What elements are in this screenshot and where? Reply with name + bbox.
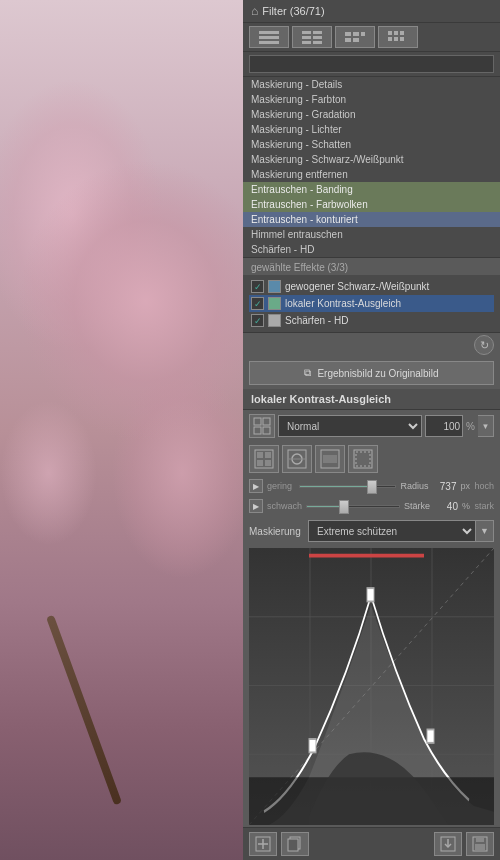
effects-section-label: gewählte Effekte (3/3) xyxy=(243,258,500,275)
add-effect-button[interactable] xyxy=(249,832,277,856)
lokal-section: lokaler Kontrast-Ausgleich Normal 100 % … xyxy=(243,389,500,827)
filter-item-maskierung-entfernen[interactable]: Maskierung entfernen xyxy=(243,167,500,182)
filter-item-maskierung-farbton[interactable]: Maskierung - Farbton xyxy=(243,92,500,107)
effect-item-gwsp[interactable]: ✓ gewogener Schwarz-/Weißpunkt xyxy=(249,278,494,295)
radius-unit: px xyxy=(460,481,470,491)
lokal-title: lokaler Kontrast-Ausgleich xyxy=(243,389,500,410)
svg-rect-18 xyxy=(394,37,398,41)
radius-label: Radius xyxy=(400,481,428,491)
mask-select-container: Extreme schützen ▼ xyxy=(308,520,494,542)
svg-rect-12 xyxy=(345,38,351,42)
filter-item-himmel-entrauschen[interactable]: Himmel entrauschen xyxy=(243,227,500,242)
effect-color-3 xyxy=(268,314,281,327)
svg-rect-20 xyxy=(254,418,261,425)
strength-right-label: stark xyxy=(474,501,494,511)
blend-mode-select[interactable]: Normal xyxy=(278,415,422,437)
strength-unit: % xyxy=(462,501,470,511)
effect-label-2: lokaler Kontrast-Ausgleich xyxy=(285,298,492,309)
radius-slider-container[interactable] xyxy=(299,479,396,493)
strength-expand-arrow[interactable]: ▶ xyxy=(249,499,263,513)
svg-rect-0 xyxy=(259,31,279,34)
filter-item-maskierung-swp[interactable]: Maskierung - Schwarz-/Weißpunkt xyxy=(243,152,500,167)
blend-row: Normal 100 % ▼ xyxy=(243,410,500,442)
channel-btn-4[interactable] xyxy=(348,445,378,473)
svg-rect-28 xyxy=(265,460,271,466)
svg-rect-27 xyxy=(257,460,263,466)
save-button[interactable] xyxy=(466,832,494,856)
effects-list: ✓ gewogener Schwarz-/Weißpunkt ✓ lokaler… xyxy=(243,275,500,333)
svg-rect-34 xyxy=(354,450,372,468)
svg-rect-47 xyxy=(427,729,434,742)
svg-rect-11 xyxy=(361,32,365,36)
svg-rect-8 xyxy=(313,41,322,44)
filter-item-maskierung-gradation[interactable]: Maskierung - Gradation xyxy=(243,107,500,122)
icon-btn-row xyxy=(243,442,500,476)
filter-item-maskierung-details[interactable]: Maskierung - Details xyxy=(243,77,500,92)
filter-home-icon: ⌂ xyxy=(251,4,258,18)
filter-item-entrauschen-farbwolken[interactable]: Entrauschen - Farbwolken xyxy=(243,197,500,212)
svg-rect-58 xyxy=(475,844,485,850)
svg-rect-35 xyxy=(356,452,370,466)
filter-item-maskierung-schatten[interactable]: Maskierung - Schatten xyxy=(243,137,500,152)
opacity-dropdown-arrow[interactable]: ▼ xyxy=(478,415,494,437)
svg-rect-14 xyxy=(388,31,392,35)
compare-button[interactable]: ⧉ Ergebnisbild zu Originalbild xyxy=(249,361,494,385)
strength-slider-row: ▶ schwach Stärke 40 % stark xyxy=(243,496,500,516)
svg-rect-2 xyxy=(259,41,279,44)
refresh-row: ↻ xyxy=(243,333,500,357)
compare-label: Ergebnisbild zu Originalbild xyxy=(317,368,438,379)
orchid-image xyxy=(0,0,243,860)
channel-btn-3[interactable] xyxy=(315,445,345,473)
import-button[interactable] xyxy=(434,832,462,856)
strength-slider-container[interactable] xyxy=(306,499,400,513)
filter-item-schaerfen-hd[interactable]: Schärfen - HD xyxy=(243,242,500,257)
mask-dropdown-arrow[interactable]: ▼ xyxy=(476,520,494,542)
svg-rect-45 xyxy=(309,739,316,752)
strength-value: 40 xyxy=(434,501,458,512)
svg-rect-4 xyxy=(313,31,322,34)
curve-area[interactable] xyxy=(249,548,494,825)
filter-item-maskierung-lichter[interactable]: Maskierung - Lichter xyxy=(243,122,500,137)
compare-icon: ⧉ xyxy=(304,367,311,379)
svg-rect-17 xyxy=(388,37,392,41)
filter-toolbar xyxy=(243,23,500,52)
filter-item-entrauschen-banding[interactable]: Entrauschen - Banding xyxy=(243,182,500,197)
svg-rect-1 xyxy=(259,36,279,39)
svg-rect-16 xyxy=(400,31,404,35)
effect-checkbox-3[interactable]: ✓ xyxy=(251,314,264,327)
svg-rect-10 xyxy=(353,32,359,36)
toolbar-btn-2[interactable] xyxy=(292,26,332,48)
svg-rect-9 xyxy=(345,32,351,36)
channel-btn-2[interactable] xyxy=(282,445,312,473)
svg-rect-21 xyxy=(263,418,270,425)
copy-effect-button[interactable] xyxy=(281,832,309,856)
svg-rect-6 xyxy=(313,36,322,39)
effect-checkbox-1[interactable]: ✓ xyxy=(251,280,264,293)
svg-rect-19 xyxy=(400,37,404,41)
bottom-spacer xyxy=(313,832,430,856)
search-input[interactable] xyxy=(249,55,494,73)
effect-color-2 xyxy=(268,297,281,310)
opacity-input[interactable]: 100 xyxy=(425,415,463,437)
svg-rect-26 xyxy=(265,452,271,458)
effect-item-schaerfen[interactable]: ✓ Schärfen - HD xyxy=(249,312,494,329)
toolbar-btn-4[interactable] xyxy=(378,26,418,48)
toolbar-btn-3[interactable] xyxy=(335,26,375,48)
mask-row: Maskierung Extreme schützen ▼ xyxy=(243,516,500,546)
refresh-button[interactable]: ↻ xyxy=(474,335,494,355)
effect-label-3: Schärfen - HD xyxy=(285,315,492,326)
channel-btn-1[interactable] xyxy=(249,445,279,473)
svg-rect-25 xyxy=(257,452,263,458)
toolbar-btn-1[interactable] xyxy=(249,26,289,48)
filter-list[interactable]: Maskierung - Details Maskierung - Farbto… xyxy=(243,77,500,258)
mask-label: Maskierung xyxy=(249,526,304,537)
effect-checkbox-2[interactable]: ✓ xyxy=(251,297,264,310)
effect-item-lokal[interactable]: ✓ lokaler Kontrast-Ausgleich xyxy=(249,295,494,312)
radius-right-label: hoch xyxy=(474,481,494,491)
mask-select[interactable]: Extreme schützen xyxy=(308,520,476,542)
grid-icon-button[interactable] xyxy=(249,414,275,438)
filter-item-entrauschen-konturiert[interactable]: Entrauschen - konturiert xyxy=(243,212,500,227)
svg-rect-23 xyxy=(263,427,270,434)
radius-slider-row: ▶ gering Radius 737 px hoch xyxy=(243,476,500,496)
radius-expand-arrow[interactable]: ▶ xyxy=(249,479,263,493)
